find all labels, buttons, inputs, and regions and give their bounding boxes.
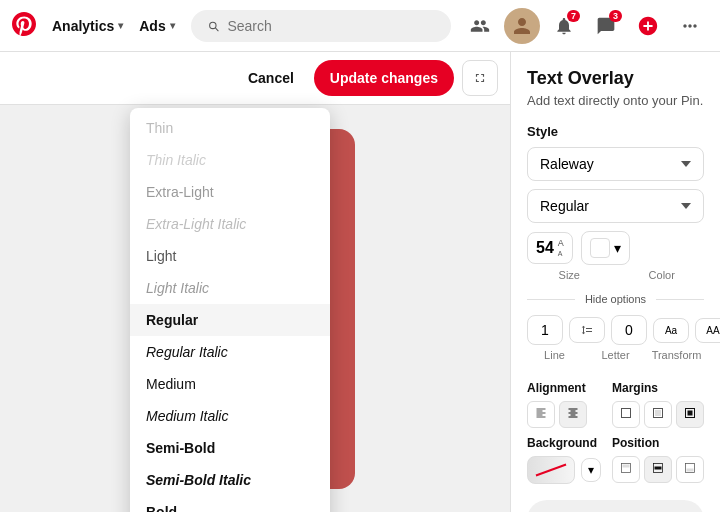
color-swatch bbox=[590, 238, 610, 258]
svg-rect-20 bbox=[687, 469, 694, 472]
fullscreen-icon bbox=[473, 71, 487, 85]
search-icon bbox=[207, 19, 220, 33]
alignment-buttons bbox=[527, 401, 602, 428]
bg-position-row: Background ▾ Position bbox=[527, 436, 704, 484]
color-control[interactable]: ▾ bbox=[581, 231, 630, 265]
letter-value: 0 bbox=[625, 322, 633, 338]
create-btn[interactable] bbox=[630, 8, 666, 44]
size-increase-btn[interactable]: A bbox=[558, 239, 564, 248]
add-btn[interactable]: 3 bbox=[588, 8, 624, 44]
ads-chevron-icon: ▾ bbox=[170, 20, 175, 31]
search-input[interactable] bbox=[227, 18, 434, 34]
panel-subtitle: Add text directly onto your Pin. bbox=[527, 93, 704, 108]
pos-bottom-icon bbox=[684, 462, 696, 474]
hide-options-label: Hide options bbox=[579, 293, 652, 305]
letter-spacing-icon: Aa bbox=[665, 325, 677, 336]
style-label: Style bbox=[527, 124, 704, 139]
typography-labels: Line Letter Transform bbox=[527, 349, 704, 371]
dropdown-item-medium[interactable]: Medium bbox=[130, 368, 330, 400]
font-family-select[interactable]: Raleway bbox=[527, 147, 704, 181]
update-button[interactable]: Update changes bbox=[314, 60, 454, 96]
dropdown-item-regular-italic[interactable]: Regular Italic bbox=[130, 336, 330, 368]
pin-editor: Cancel Update changes bbox=[0, 52, 510, 512]
dropdown-item-semi-bold[interactable]: Semi-Bold bbox=[130, 432, 330, 464]
pos-top-icon bbox=[620, 462, 632, 474]
messages-badge: 3 bbox=[609, 10, 622, 22]
notification-badge: 7 bbox=[567, 10, 580, 22]
background-controls: ▾ bbox=[527, 456, 602, 484]
dropdown-item-bold[interactable]: Bold bbox=[130, 496, 330, 512]
dropdown-item-medium-italic[interactable]: Medium Italic bbox=[130, 400, 330, 432]
fullscreen-icon-btn[interactable] bbox=[462, 60, 498, 96]
dropdown-item-light-italic[interactable]: Light Italic bbox=[130, 272, 330, 304]
font-weight-select[interactable]: Regular bbox=[527, 189, 704, 223]
transform-btn[interactable]: AA bbox=[695, 318, 720, 343]
more-options-btn[interactable] bbox=[672, 8, 708, 44]
alignment-margins-row: Alignment Margins bbox=[527, 381, 704, 428]
analytics-chevron-icon: ▾ bbox=[118, 20, 123, 31]
dropdown-item-regular[interactable]: Regular bbox=[130, 304, 330, 336]
size-steppers: A A bbox=[558, 239, 564, 257]
cancel-button[interactable]: Cancel bbox=[236, 62, 306, 94]
size-value: 54 bbox=[536, 239, 554, 257]
alignment-label: Alignment bbox=[527, 381, 602, 395]
panel-title: Text Overlay bbox=[527, 68, 704, 89]
hide-options-bar[interactable]: Hide options bbox=[527, 293, 704, 305]
size-decrease-btn[interactable]: A bbox=[558, 250, 564, 257]
bg-dropdown-btn[interactable]: ▾ bbox=[581, 458, 601, 482]
pos-top-btn[interactable] bbox=[612, 456, 640, 483]
right-panel: Text Overlay Add text directly onto your… bbox=[510, 52, 720, 512]
align-center-btn[interactable] bbox=[559, 401, 587, 428]
alignment-section: Alignment bbox=[527, 381, 602, 428]
pos-bottom-btn[interactable] bbox=[676, 456, 704, 483]
transform-label: Transform bbox=[649, 349, 704, 361]
margin-large-btn[interactable] bbox=[676, 401, 704, 428]
svg-rect-10 bbox=[622, 409, 631, 418]
line-height-input[interactable]: 1 bbox=[527, 315, 563, 345]
people-icon bbox=[470, 16, 490, 36]
bg-preview[interactable] bbox=[527, 456, 575, 484]
dropdown-item-semi-bold-italic[interactable]: Semi-Bold Italic bbox=[130, 464, 330, 496]
margin-none-btn[interactable] bbox=[612, 401, 640, 428]
svg-rect-16 bbox=[623, 465, 630, 468]
size-control[interactable]: 54 A A bbox=[527, 232, 573, 264]
ads-nav[interactable]: Ads ▾ bbox=[131, 12, 182, 40]
size-color-row: 54 A A ▾ bbox=[527, 231, 704, 265]
bg-no-fill-icon bbox=[536, 464, 567, 477]
dropdown-item-thin-italic[interactable]: Thin Italic bbox=[130, 144, 330, 176]
main-area: Cancel Update changes bbox=[0, 52, 720, 512]
more-icon bbox=[680, 16, 700, 36]
dropdown-item-extra-light[interactable]: Extra-Light bbox=[130, 176, 330, 208]
margin-none-icon bbox=[620, 407, 632, 419]
letter-spacing-input[interactable]: 0 bbox=[611, 315, 647, 345]
line-height-icon bbox=[581, 324, 593, 336]
search-bar[interactable] bbox=[191, 10, 451, 42]
position-section: Position bbox=[612, 436, 704, 484]
create-icon bbox=[637, 15, 659, 37]
divider-left bbox=[527, 299, 575, 300]
pin-toolbar: Cancel Update changes bbox=[0, 52, 510, 105]
people-icon-btn[interactable] bbox=[462, 8, 498, 44]
transform-icon: AA bbox=[706, 325, 719, 336]
dropdown-item-light[interactable]: Light bbox=[130, 240, 330, 272]
analytics-nav[interactable]: Analytics ▾ bbox=[44, 12, 131, 40]
pinterest-logo[interactable] bbox=[12, 12, 36, 39]
line-icon-btn[interactable] bbox=[569, 317, 605, 343]
background-label: Background bbox=[527, 436, 602, 450]
divider-right bbox=[656, 299, 704, 300]
svg-rect-14 bbox=[688, 411, 693, 416]
pos-center-icon bbox=[652, 462, 664, 474]
dropdown-item-thin[interactable]: Thin bbox=[130, 112, 330, 144]
align-left-btn[interactable] bbox=[527, 401, 555, 428]
typography-controls-row: 1 0 Aa AA bbox=[527, 315, 704, 345]
margin-small-btn[interactable] bbox=[644, 401, 672, 428]
letter-spacing-icon-btn[interactable]: Aa bbox=[653, 318, 689, 343]
nav-bar: Analytics ▾ Ads ▾ 7 bbox=[0, 0, 720, 52]
dropdown-item-extra-light-italic[interactable]: Extra-Light Italic bbox=[130, 208, 330, 240]
notifications-btn[interactable]: 7 bbox=[546, 8, 582, 44]
reset-button[interactable]: Reset bbox=[527, 500, 704, 512]
user-avatar[interactable] bbox=[504, 8, 540, 44]
pos-center-btn[interactable] bbox=[644, 456, 672, 483]
margin-large-icon bbox=[684, 407, 696, 419]
svg-rect-18 bbox=[655, 467, 662, 470]
